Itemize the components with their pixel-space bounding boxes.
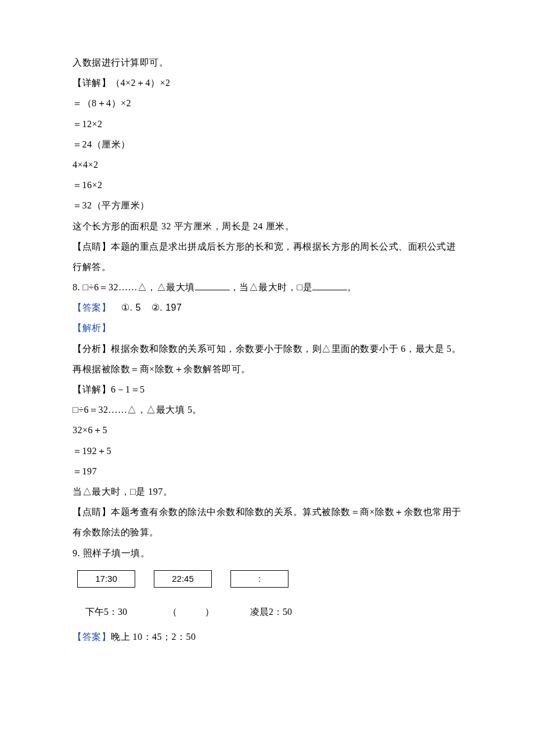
text-line: ＝（8＋4）×2: [73, 93, 461, 113]
q8-mid: ，当△最大时，□是: [230, 282, 312, 292]
text-line: ＝12×2: [73, 114, 461, 134]
time-label-row: 下午5：30 （ ） 凌晨2：50: [85, 602, 461, 622]
text-line: 【详解】6－1＝5: [73, 379, 461, 399]
time-label-3: 凌晨2：50: [250, 602, 314, 622]
q8-suffix: 。: [347, 282, 357, 292]
blank-fill: [312, 281, 347, 290]
answer-label: 【答案】: [73, 303, 111, 312]
time-box-row: 17:30 22:45 :: [77, 570, 461, 588]
text-line: ＝192＋5: [73, 441, 461, 461]
time-label-2: （ ）: [168, 602, 232, 622]
text-line: 4×4×2: [73, 154, 461, 175]
answer-8: 【答案】 ①. 5 ②. 197: [73, 297, 461, 318]
question-8: 8. □÷6＝32……△，△最大填，当△最大时，□是。: [73, 277, 461, 297]
answer-8-part1: ①. 5: [121, 303, 141, 312]
text-line: ＝32（平方厘米）: [73, 195, 461, 215]
text-line: □÷6＝32……△，△最大填 5。: [73, 399, 461, 420]
time-box-1: 17:30: [77, 570, 135, 588]
q8-prefix: 8. □÷6＝32……△，△最大填: [73, 282, 195, 292]
text-line: 【分析】根据余数和除数的关系可知，余数要小于除数，则△里面的数要小于 6，最大是…: [73, 339, 461, 379]
text-line: ＝24（厘米）: [73, 134, 461, 154]
text-line: 这个长方形的面积是 32 平方厘米，周长是 24 厘米。: [73, 216, 461, 236]
text-line: ＝16×2: [73, 175, 461, 195]
answer-9: 【答案】晚上 10：45；2：50: [73, 627, 461, 647]
time-label-1: 下午5：30: [85, 602, 149, 622]
text-line: 入数据进行计算即可。: [73, 52, 461, 73]
text-line: 【详解】（4×2＋4）×2: [73, 73, 461, 93]
text-line: ＝197: [73, 461, 461, 481]
time-box-2: 22:45: [154, 570, 212, 588]
text-line: 【点睛】本题的重点是求出拼成后长方形的长和宽，再根据长方形的周长公式、面积公式进…: [73, 236, 461, 277]
blank-fill: [195, 281, 230, 290]
text-line: 当△最大时，□是 197。: [73, 481, 461, 502]
analysis-label: 【解析】: [73, 318, 461, 338]
answer-8-part2: ②. 197: [151, 303, 182, 312]
text-line: 【点睛】本题考查有余数的除法中余数和除数的关系。算式被除数＝商×除数＋余数也常用…: [73, 502, 461, 542]
answer-label: 【答案】: [73, 632, 111, 642]
question-9: 9. 照样子填一填。: [73, 543, 461, 563]
answer-9-value: 晚上 10：45；2：50: [111, 632, 196, 642]
time-box-3: :: [230, 570, 288, 588]
text-line: 32×6＋5: [73, 420, 461, 440]
